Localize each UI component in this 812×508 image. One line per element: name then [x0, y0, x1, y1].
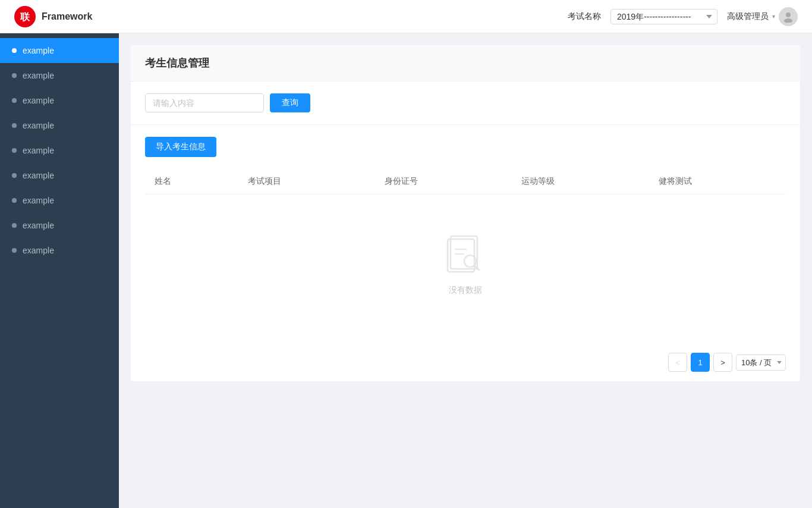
exam-select[interactable]: 2019年-----------------: [610, 9, 717, 24]
sidebar-item-label-1: example: [23, 46, 54, 55]
sidebar-item-7[interactable]: example: [0, 188, 119, 213]
sidebar-dot-9: [12, 248, 17, 253]
empty-icon: [442, 230, 489, 278]
sidebar-item-3[interactable]: example: [0, 88, 119, 113]
sidebar-item-4[interactable]: example: [0, 113, 119, 138]
table-area: 导入考生信息 姓名 考试项目 身份证号 运动等级 健将测试: [131, 125, 800, 343]
app-title: Framework: [42, 11, 92, 22]
sidebar-item-label-6: example: [23, 171, 54, 180]
sidebar-dot-8: [12, 223, 17, 228]
per-page-select[interactable]: 10条 / 页 20条 / 页 50条 / 页: [736, 355, 786, 371]
sidebar-item-label-5: example: [23, 146, 54, 155]
sidebar-dot-4: [12, 123, 17, 128]
empty-state: 没有数据: [145, 195, 786, 331]
sidebar-dot-5: [12, 148, 17, 153]
user-avatar: [779, 7, 798, 26]
exam-label: 考试名称: [568, 11, 601, 22]
user-chevron-icon: ▾: [772, 13, 775, 20]
page-title: 考生信息管理: [145, 57, 209, 69]
sidebar-item-1[interactable]: example: [0, 38, 119, 63]
sidebar-dot-6: [12, 173, 17, 178]
page-header: 考生信息管理: [131, 45, 800, 81]
table-header: 姓名 考试项目 身份证号 运动等级 健将测试: [145, 169, 786, 195]
user-name: 高级管理员: [727, 11, 769, 22]
col-name: 姓名: [145, 169, 238, 195]
sidebar-item-8[interactable]: example: [0, 213, 119, 238]
user-section[interactable]: 高级管理员 ▾: [727, 7, 798, 26]
search-button[interactable]: 查询: [270, 93, 310, 112]
sidebar-item-label-4: example: [23, 121, 54, 130]
pagination: < 1 > 10条 / 页 20条 / 页 50条 / 页: [131, 343, 800, 381]
sidebar: example example example example example …: [0, 33, 119, 508]
sidebar-item-2[interactable]: example: [0, 63, 119, 88]
pagination-next-button[interactable]: >: [713, 353, 732, 372]
empty-text: 没有数据: [449, 285, 482, 296]
search-bar: 查询: [131, 81, 800, 125]
sidebar-dot-7: [12, 198, 17, 203]
col-exam-item: 考试项目: [238, 169, 375, 195]
sidebar-item-6[interactable]: example: [0, 163, 119, 188]
import-button[interactable]: 导入考生信息: [145, 137, 216, 157]
logo-area: 联 Framework: [14, 6, 133, 27]
sidebar-item-label-8: example: [23, 221, 54, 230]
sidebar-item-5[interactable]: example: [0, 138, 119, 163]
sidebar-item-label-3: example: [23, 96, 54, 105]
logo-icon: 联: [14, 6, 36, 27]
col-fitness-test: 健将测试: [649, 169, 786, 195]
sidebar-item-label-2: example: [23, 71, 54, 80]
svg-point-2: [786, 12, 791, 17]
svg-point-3: [784, 18, 792, 23]
sidebar-dot-3: [12, 98, 17, 103]
col-id-number: 身份证号: [375, 169, 512, 195]
sidebar-item-9[interactable]: example: [0, 238, 119, 263]
svg-rect-4: [451, 236, 477, 269]
page-card: 考生信息管理 查询 导入考生信息 姓名 考试项目 身份证号 运动等级: [131, 45, 800, 381]
layout: example example example example example …: [0, 33, 812, 508]
col-sport-level: 运动等级: [512, 169, 649, 195]
main-content: 考生信息管理 查询 导入考生信息 姓名 考试项目 身份证号 运动等级: [119, 33, 812, 508]
sidebar-item-label-9: example: [23, 246, 54, 255]
sidebar-dot-1: [12, 48, 17, 53]
header-right: 考试名称 2019年----------------- 高级管理员 ▾: [568, 7, 798, 26]
header: 联 Framework 考试名称 2019年----------------- …: [0, 0, 812, 33]
search-input[interactable]: [145, 93, 264, 112]
data-table: 姓名 考试项目 身份证号 运动等级 健将测试: [145, 169, 786, 195]
pagination-prev-button[interactable]: <: [668, 353, 687, 372]
svg-text:联: 联: [20, 12, 30, 22]
pagination-page-1-button[interactable]: 1: [691, 353, 710, 372]
sidebar-dot-2: [12, 73, 17, 78]
table-header-row: 姓名 考试项目 身份证号 运动等级 健将测试: [145, 169, 786, 195]
sidebar-item-label-7: example: [23, 196, 54, 205]
